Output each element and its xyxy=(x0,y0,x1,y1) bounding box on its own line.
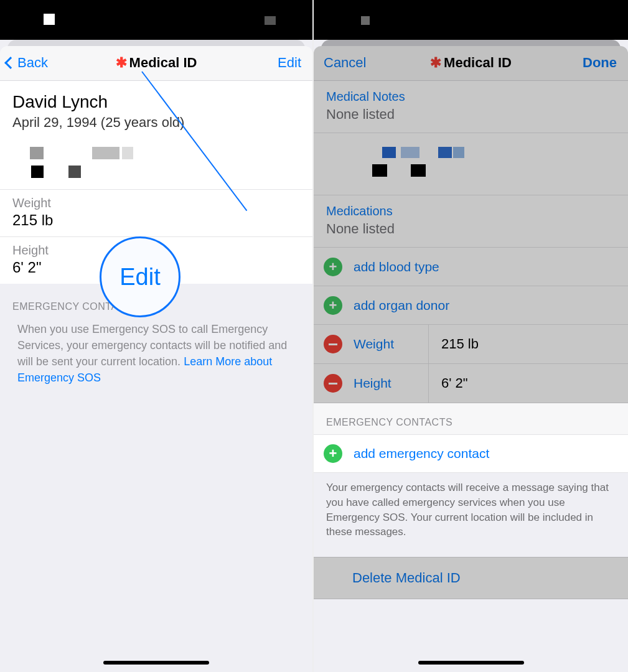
medical-notes-label: Medical Notes xyxy=(326,90,616,104)
emergency-contacts-footer: Your emergency contacts will receive a m… xyxy=(314,473,628,539)
delete-medical-id-button[interactable]: Delete Medical ID xyxy=(314,557,628,599)
plus-icon: + xyxy=(324,296,342,315)
minus-icon xyxy=(324,374,342,393)
add-blood-type-row[interactable]: + add blood type xyxy=(314,247,628,286)
annotation-magnifier: Edit xyxy=(100,236,180,317)
home-indicator[interactable] xyxy=(418,661,524,665)
status-bar xyxy=(0,0,312,40)
medical-asterisk-icon: ✱ xyxy=(430,55,441,70)
redacted-block xyxy=(0,136,312,189)
medications-row[interactable]: Medications None listed xyxy=(314,195,628,247)
medical-asterisk-icon: ✱ xyxy=(116,55,127,70)
add-organ-donor-row[interactable]: + add organ donor xyxy=(314,286,628,324)
weight-value: 215 lb xyxy=(12,212,300,229)
weight-edit-row[interactable]: Weight 215 lb xyxy=(314,324,628,363)
weight-label: Weight xyxy=(12,196,300,210)
medical-notes-row[interactable]: Medical Notes None listed xyxy=(314,81,628,133)
medical-notes-value: None listed xyxy=(326,106,616,123)
plus-icon: + xyxy=(324,444,342,463)
edit-button[interactable]: Edit xyxy=(278,55,301,71)
phone-edit-medical-id: Cancel ✱Medical ID Done Medical Notes No… xyxy=(314,0,628,672)
nav-title: ✱Medical ID xyxy=(0,55,312,71)
nav-bar: Cancel ✱Medical ID Done xyxy=(314,46,628,81)
medications-value: None listed xyxy=(326,221,616,237)
medications-label: Medications xyxy=(326,204,616,218)
height-edit-row[interactable]: Height 6' 2" xyxy=(314,363,628,403)
person-dob: April 29, 1994 (25 years old) xyxy=(12,114,300,131)
plus-icon: + xyxy=(324,258,342,276)
add-emergency-contact-row[interactable]: + add emergency contact xyxy=(314,434,628,473)
done-button[interactable]: Done xyxy=(583,55,617,71)
nav-bar: Back ✱Medical ID Edit xyxy=(0,46,312,81)
nav-title: ✱Medical ID xyxy=(314,55,628,71)
status-bar xyxy=(314,0,628,40)
weight-row: Weight 215 lb xyxy=(0,189,312,236)
minus-icon xyxy=(324,335,342,353)
sos-description: When you use Emergency SOS to call Emerg… xyxy=(0,319,312,386)
phone-view-medical-id: Back ✱Medical ID Edit David Lynch April … xyxy=(0,0,314,672)
redacted-block xyxy=(314,133,628,195)
emergency-contacts-header: EMERGENCY CONTACTS xyxy=(314,403,628,434)
person-name: David Lynch xyxy=(12,92,300,112)
home-indicator[interactable] xyxy=(103,661,209,665)
